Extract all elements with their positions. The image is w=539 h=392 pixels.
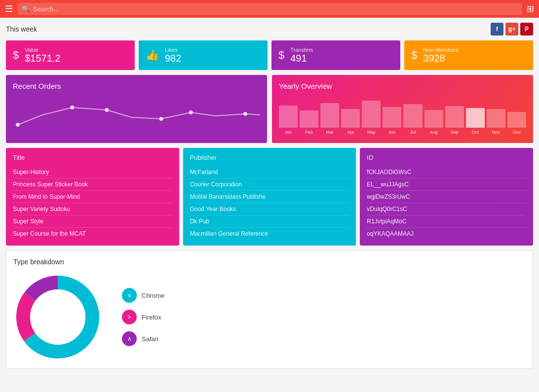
yearly-bar [320,103,339,128]
yearly-bar [507,112,526,128]
legend-item: > Firefox [122,310,164,324]
yearly-overview-panel: Yearly Overview Jan Feb Mar Apr May Jun … [272,75,533,143]
yearly-bar [445,106,464,128]
yearly-bar [300,110,318,128]
search-icon: 🔍 [22,5,30,13]
month-label: Aug [430,130,438,135]
table-row: Super Variety Sudoku [13,203,172,215]
googleplus-icon[interactable]: g+ [505,23,518,36]
menu-icon[interactable]: ☰ [5,3,13,14]
social-icons: f g+ P [491,23,533,36]
table-row: Good Year Books [190,203,349,215]
legend-label: Firefox [142,314,161,321]
donut-chart [13,273,102,361]
table-row: fCKJAODiGWsC [367,166,526,178]
search-bar: 🔍 [18,3,522,15]
yearly-month: Jul [403,104,422,135]
yearly-bar [487,109,505,128]
pinterest-icon[interactable]: P [520,23,533,36]
page-content: This week f g+ P $ Value $1571.2 👍 Likes… [0,18,539,374]
yearly-month: Jun [383,107,401,135]
month-label: Dec [513,130,521,135]
yearly-month: Jan [279,106,298,135]
publisher-rows: McFarlandCourier CorporationMotilal Bana… [190,166,349,240]
legend: ∨ Chrome > Firefox ∧ Safari [122,288,164,346]
transfers-value: 491 [290,53,313,64]
recent-orders-panel: Recent Orders [6,75,267,143]
svg-point-0 [16,123,20,127]
title-panel: Title Super-HistoryPrincess Super Sticke… [6,148,179,246]
transfers-label: Transfers [290,47,313,53]
legend-item: ∨ Chrome [122,288,164,303]
facebook-icon[interactable]: f [491,23,503,36]
yearly-month: Feb [300,110,318,135]
yearly-month: May [362,101,381,135]
dollar-icon: $ [13,49,19,62]
month-label: Nov [492,130,500,135]
app-header: ☰ 🔍 ⊞ [0,0,539,18]
value-amount: $1571.2 [25,53,60,64]
yearly-bar [279,106,298,128]
yearly-bar [424,110,443,128]
month-label: Oct [472,130,479,135]
table-section: Title Super-HistoryPrincess Super Sticke… [6,148,533,246]
month-label: Apr [347,130,354,135]
new-members-card: $ New Members 3928 [404,40,533,70]
stat-cards: $ Value $1571.2 👍 Likes 982 $ Transfers … [6,40,533,70]
svg-point-3 [159,117,163,121]
month-label: Jan [285,130,292,135]
svg-point-2 [105,108,109,112]
transfers-icon: $ [278,49,284,62]
svg-point-4 [189,110,193,114]
search-input[interactable] [33,5,518,13]
table-row: Dk Pub [190,215,349,228]
table-row: Macmillan General Reference [190,228,349,240]
breakdown-title: Type breakdown [13,258,526,266]
yearly-month: Aug [424,110,443,135]
id-panel: ID fCKJAODiGWsCEL__wuJJAgsCwgiDwZS3rUwCv… [360,148,533,246]
legend-label: Chrome [142,292,164,299]
apps-icon[interactable]: ⊞ [527,3,534,14]
new-members-value: 3928 [423,53,458,64]
table-row: Super Course for the MCAT [13,228,172,240]
new-members-label: New Members [423,47,458,53]
id-col-header: ID [367,154,526,161]
table-row: McFarland [190,166,349,178]
legend-circle: ∨ [122,288,137,303]
table-row: Super Style [13,215,172,228]
likes-card: 👍 Likes 982 [139,40,268,70]
recent-orders-title: Recent Orders [13,82,260,90]
yearly-bar [362,101,381,128]
breakdown-content: ∨ Chrome > Firefox ∧ Safari [13,273,526,361]
table-row: Super-History [13,166,172,178]
yearly-bar [466,108,485,128]
month-label: Sep [451,130,459,135]
yearly-month: Nov [487,109,505,135]
month-label: Feb [305,130,313,135]
legend-item: ∧ Safari [122,331,164,346]
week-bar: This week f g+ P [6,23,533,36]
breakdown-section: Type breakdown ∨ Chrome > Firef [6,250,533,369]
table-row: Courier Corporation [190,178,349,191]
yearly-bars: Jan Feb Mar Apr May Jun Jul Aug Sep Oct … [279,95,526,135]
legend-circle: ∧ [122,331,137,346]
publisher-panel: Publisher McFarlandCourier CorporationMo… [183,148,356,246]
donut-hole [30,289,85,345]
yearly-month: Sep [445,106,464,135]
table-row: Princess Super Sticker Book [13,178,172,191]
yearly-month: Dec [507,112,526,135]
transfers-card: $ Transfers 491 [271,40,400,70]
month-label: Mar [326,130,334,135]
table-row: From Mind to Super-Mind [13,191,172,203]
publisher-col-header: Publisher [190,154,349,161]
thumbsup-icon: 👍 [146,49,159,62]
likes-value: 982 [165,53,181,64]
month-label: May [367,130,376,135]
donut-svg [13,273,102,361]
yearly-bar [341,109,360,128]
svg-point-5 [243,112,247,116]
table-row: wgiDwZS3rUwC [367,191,526,203]
week-label: This week [6,25,37,33]
legend-circle: > [122,310,137,324]
yearly-month: Oct [466,108,485,135]
